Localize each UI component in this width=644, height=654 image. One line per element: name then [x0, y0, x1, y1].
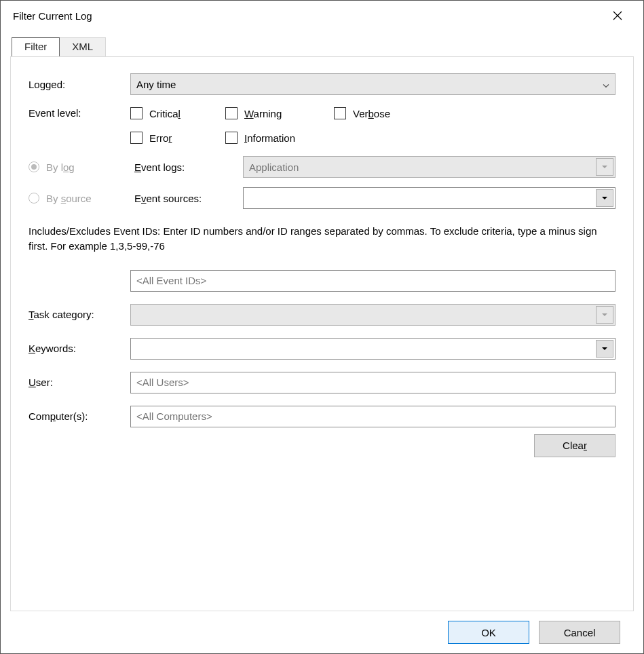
chevron-down-icon — [603, 79, 609, 90]
by-log-label: By log — [46, 161, 134, 173]
computers-label: Computer(s): — [29, 410, 130, 422]
task-category-label: Task category: — [29, 309, 130, 320]
logged-value: Any time — [136, 79, 176, 90]
user-label: User: — [29, 377, 130, 388]
chevron-down-icon — [596, 306, 613, 324]
close-icon — [613, 11, 622, 20]
ok-button[interactable]: OK — [448, 621, 529, 644]
by-source-label: By source — [46, 193, 134, 204]
keywords-combo[interactable] — [130, 338, 615, 360]
event-ids-help: Includes/Excludes Event IDs: Enter ID nu… — [29, 224, 615, 254]
by-source-radio — [29, 193, 39, 204]
chevron-down-icon — [596, 158, 613, 176]
critical-checkbox[interactable]: Critical — [130, 107, 225, 119]
tab-strip: Filter XML — [12, 37, 634, 57]
error-checkbox[interactable]: Error — [130, 132, 225, 144]
svg-marker-2 — [602, 313, 607, 316]
information-checkbox[interactable]: Information — [225, 132, 334, 144]
eventlevel-label: Event level: — [29, 107, 130, 119]
by-log-radio-row: By log Event logs: Application — [29, 156, 615, 178]
svg-marker-3 — [602, 347, 607, 350]
window-title: Filter Current Log — [13, 10, 92, 22]
close-button[interactable] — [604, 5, 631, 26]
event-sources-combo[interactable] — [243, 187, 615, 209]
by-log-radio — [29, 161, 39, 172]
keywords-label: Keywords: — [29, 343, 130, 354]
dialog-buttons: OK Cancel — [10, 611, 634, 644]
user-input[interactable] — [130, 372, 615, 393]
event-ids-input[interactable] — [130, 270, 615, 292]
tab-filter[interactable]: Filter — [12, 37, 60, 57]
by-source-radio-row: By source Event sources: — [29, 187, 615, 209]
cancel-button[interactable]: Cancel — [539, 621, 620, 644]
chevron-down-icon[interactable] — [596, 189, 613, 207]
warning-checkbox[interactable]: Warning — [225, 107, 334, 119]
task-category-combo — [130, 304, 615, 326]
logged-label: Logged: — [29, 79, 130, 90]
svg-marker-1 — [602, 197, 607, 199]
computers-input[interactable] — [130, 406, 615, 427]
titlebar: Filter Current Log — [1, 1, 643, 31]
logged-dropdown[interactable]: Any time — [130, 73, 615, 95]
chevron-down-icon[interactable] — [596, 340, 613, 358]
tab-xml[interactable]: XML — [60, 37, 106, 57]
dialog-window: Filter Current Log Filter XML Logged: An… — [0, 0, 644, 654]
filter-panel: Logged: Any time Event level: Critical W — [10, 56, 634, 611]
verbose-checkbox[interactable]: Verbose — [334, 107, 429, 119]
svg-marker-0 — [602, 166, 607, 168]
clear-button[interactable]: Clear — [534, 434, 615, 457]
event-logs-label: Event logs: — [134, 161, 243, 173]
event-logs-combo: Application — [243, 156, 615, 178]
event-sources-label: Event sources: — [134, 193, 243, 204]
client-area: Filter XML Logged: Any time Event level: — [1, 31, 643, 653]
event-logs-value: Application — [249, 161, 299, 173]
